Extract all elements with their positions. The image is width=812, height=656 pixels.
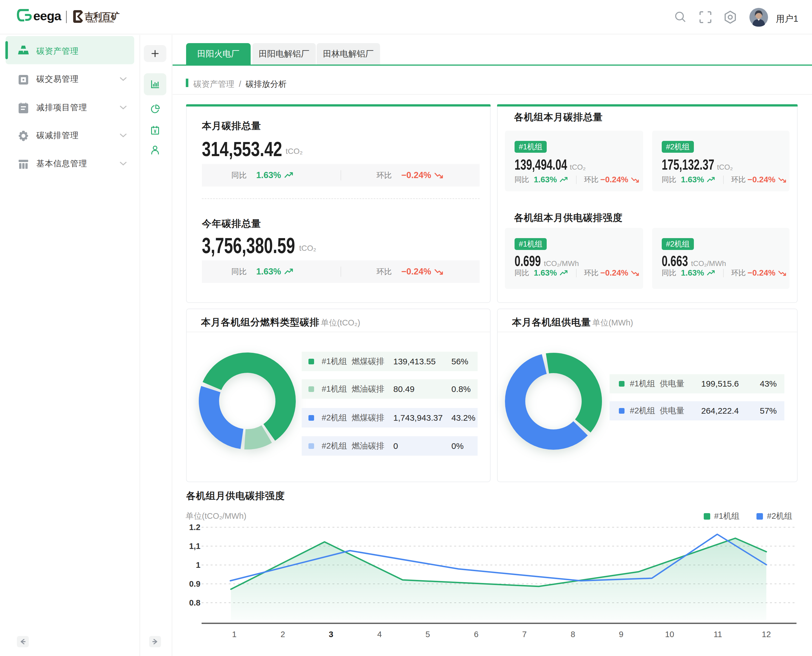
svg-text:8: 8 (571, 630, 575, 639)
svg-text:6: 6 (474, 630, 479, 639)
svg-text:1: 1 (232, 630, 237, 639)
svg-text:10: 10 (665, 630, 674, 639)
svg-text:7: 7 (522, 630, 527, 639)
svg-text:5: 5 (425, 630, 430, 639)
svg-text:9: 9 (619, 630, 623, 639)
svg-text:0.9: 0.9 (189, 579, 200, 588)
svg-text:12: 12 (762, 630, 771, 639)
svg-text:3: 3 (329, 630, 333, 639)
svg-text:2: 2 (280, 630, 285, 639)
svg-text:1,1: 1,1 (189, 542, 200, 551)
svg-text:1: 1 (196, 560, 200, 569)
svg-text:0.8: 0.8 (189, 598, 200, 607)
svg-text:4: 4 (377, 630, 382, 639)
svg-text:1.2: 1.2 (189, 523, 200, 532)
svg-text:11: 11 (714, 630, 722, 639)
